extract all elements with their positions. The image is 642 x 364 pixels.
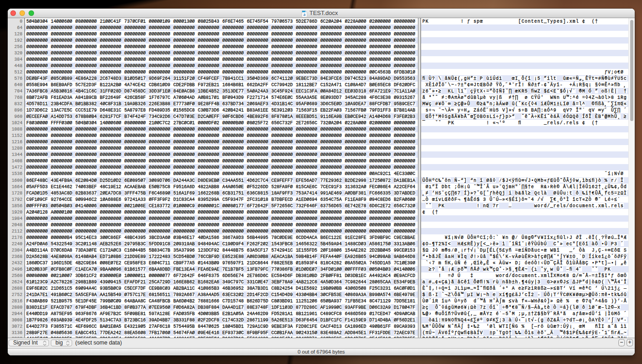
svg-text:a: a (304, 12, 306, 17)
